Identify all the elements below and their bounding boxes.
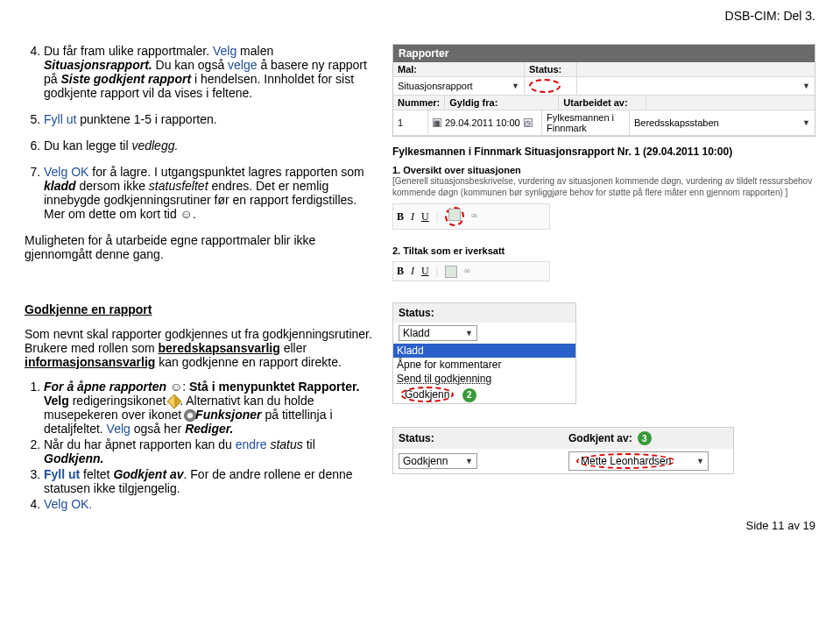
instr4-velg: Velg xyxy=(213,44,236,58)
step-3: Fyll ut feltet Godkjent av. For de andre… xyxy=(44,467,375,495)
underline-button[interactable]: U xyxy=(421,210,429,224)
val-status2[interactable]: Godkjenn ▼ xyxy=(393,449,563,473)
status-dropdown-open: Status: Kladd ▼ Kladd Åpne for kommentar… xyxy=(392,302,576,404)
status-screenshots: Status: Kladd ▼ Kladd Åpne for kommentar… xyxy=(392,302,815,523)
italic-button[interactable]: I xyxy=(411,210,414,224)
appr-i5: kan godkjenne en rapport direkte. xyxy=(155,355,341,369)
status-current-value: Kladd xyxy=(403,327,430,339)
link-icon[interactable]: ∞ xyxy=(471,210,484,223)
instruction-list-7: Velg OK for å lagre. I utgangspunktet la… xyxy=(25,165,375,221)
status-select[interactable]: Kladd ▼ xyxy=(399,325,477,341)
s1i: også her xyxy=(131,422,185,436)
clock-icon: ◷ xyxy=(524,118,533,127)
bold-button[interactable]: B xyxy=(397,265,404,278)
status-opt-kladd[interactable]: Kladd xyxy=(393,344,575,358)
gear-icon xyxy=(185,410,195,421)
instr-6: Du kan legge til vedlegg. xyxy=(44,138,375,153)
s3b: feltet xyxy=(80,467,113,481)
val-utarb1-text: Fylkesmannen i Finnmark xyxy=(547,112,625,133)
instr5-fyll: Fyll ut xyxy=(44,112,76,126)
approve-instructions: Godkjenne en rapport Som nevnt skal rapp… xyxy=(25,302,375,523)
calendar-icon: ▦ xyxy=(433,118,441,127)
underline-button[interactable]: U xyxy=(421,265,429,278)
lbl-godav: Godkjent av: 3 xyxy=(563,428,733,449)
val-utarb1[interactable]: Fylkesmannen i Finnmark xyxy=(542,110,630,135)
instr4-mal: Situasjonsrapport. xyxy=(44,58,152,72)
sub1-lbl: Oversikt over situasjonen xyxy=(403,165,521,175)
status-label: Status: xyxy=(393,303,575,323)
status-opt-apne[interactable]: Åpne for kommentarer xyxy=(393,358,575,372)
step-4: Velg OK. xyxy=(44,497,375,511)
s1a: For å åpne rapporten xyxy=(44,380,166,394)
s2a: Når du har åpnet rapporten kan du xyxy=(44,437,236,451)
screenshot-column: Rapporter Mal: Status: Situasjonsrapport… xyxy=(392,44,815,281)
instruction-list-6: Du kan legge til vedlegg. xyxy=(25,138,375,153)
s2b: endre xyxy=(236,437,271,451)
image-icon[interactable] xyxy=(448,209,461,221)
approve-intro: Som nevnt skal rapporter godkjennes ut f… xyxy=(25,327,375,369)
rapporter-panel: Rapporter Mal: Status: Situasjonsrapport… xyxy=(392,44,815,137)
val-utarb2-text: Beredsskapsstaben xyxy=(634,117,719,128)
s2e: Godkjenn. xyxy=(44,451,103,465)
val-gyldig[interactable]: ▦ 29.04.2011 10:00 ◷ xyxy=(428,110,542,135)
image-button-highlight xyxy=(445,207,464,226)
val-mal[interactable]: Situasjonsrapport ▼ xyxy=(393,77,525,95)
godav-highlight: Mette Leonhardsen xyxy=(576,453,675,469)
instr7-t4: dersom ikke xyxy=(76,179,149,193)
status-godkjent-av-box: Status: Godkjent av: 3 Godkjenn ▼ Met xyxy=(392,427,734,474)
link-icon[interactable]: ∞ xyxy=(464,266,476,278)
lbl-status2: Status: xyxy=(393,428,563,449)
report-sub1: 1. Oversikt over situasjonen xyxy=(392,165,815,175)
instruction-list: Du får fram ulike rapportmaler. Velg mal… xyxy=(25,44,375,100)
instr4-siste: Siste godkjent rapport xyxy=(60,72,191,86)
lower-section: Godkjenne en rapport Som nevnt skal rapp… xyxy=(25,302,815,523)
panel-values-row2: 1 ▦ 29.04.2011 10:00 ◷ Fylkesmannen i Fi… xyxy=(393,110,815,136)
lbl-status: Status: xyxy=(525,62,577,76)
lbl-status-empty xyxy=(577,62,815,76)
bold-button[interactable]: B xyxy=(397,210,404,224)
chevron-down-icon: ▼ xyxy=(512,82,519,90)
italic-button[interactable]: I xyxy=(411,265,414,278)
godkjenn-text: Godkjenn xyxy=(405,388,449,401)
badge-3: 3 xyxy=(638,431,652,445)
status-opt-godkjenn[interactable]: Godkjenn 2 xyxy=(393,386,575,403)
editor-toolbar-2: B I U | ∞ xyxy=(392,261,550,281)
status2-select[interactable]: Godkjenn ▼ xyxy=(399,453,477,469)
lbl-utarb: Utarbeidet av: xyxy=(559,96,646,110)
step-2: Når du har åpnet rapporten kan du endre … xyxy=(44,437,375,465)
s4a: Velg OK. xyxy=(44,497,92,511)
val-mal-text: Situasjonsrapport xyxy=(398,81,473,91)
chevron-down-icon: ▼ xyxy=(802,82,810,90)
val-nummer[interactable]: 1 xyxy=(393,110,428,135)
instruction-list-5: Fyll ut punktene 1-5 i rapporten. xyxy=(25,112,375,126)
step-1: For å åpne rapporten ☺: Stå i menypunkte… xyxy=(44,380,375,436)
instr4-t1: Du får fram ulike rapportmaler. xyxy=(44,44,213,58)
val-utarb2[interactable]: Beredsskapsstaben ▼ xyxy=(630,110,815,135)
sub1-num: 1. xyxy=(392,165,400,175)
instr4-velge: velge xyxy=(228,58,257,72)
image-icon[interactable] xyxy=(445,266,457,278)
status-current-select[interactable]: Kladd ▼ xyxy=(393,323,575,344)
instr7-t2: for å lagre. I utgangspunktet lagres rap… xyxy=(88,165,364,179)
report-title: Fylkesmannen i Finnmark Situasjonsrappor… xyxy=(392,146,815,158)
lbl-godav-text: Godkjent av: xyxy=(568,432,632,444)
top-columns: Du får fram ulike rapportmaler. Velg mal… xyxy=(25,44,815,281)
chevron-down-icon: ▼ xyxy=(696,457,704,465)
val-status-cell[interactable] xyxy=(525,77,577,95)
instr6-vedlegg: vedlegg. xyxy=(131,138,178,153)
val-status-drop[interactable]: ▼ xyxy=(577,77,815,95)
instr7-statusfeltet: statusfeltet xyxy=(149,179,208,193)
chevron-down-icon: ▼ xyxy=(802,118,810,127)
panel-labels-row1: Mal: Status: xyxy=(393,62,815,77)
s2c: status xyxy=(270,437,302,451)
godav-select[interactable]: Mette Leonhardsen ▼ xyxy=(568,451,709,471)
toolbar-divider: | xyxy=(436,265,438,278)
approve-steps: For å åpne rapporten ☺: Stå i menypunkte… xyxy=(25,380,375,511)
instr5-rest: punktene 1-5 i rapporten. xyxy=(76,112,216,126)
val-godav[interactable]: Mette Leonhardsen ▼ xyxy=(563,449,733,473)
instr-5: Fyll ut punktene 1-5 i rapporten. xyxy=(44,112,375,126)
instr7-kladd: kladd xyxy=(44,179,76,193)
s3c: Godkjent av xyxy=(113,467,183,481)
instr4-t5: Du kan også xyxy=(152,58,228,72)
status-opt-send[interactable]: Send til godkjenning xyxy=(393,372,575,386)
